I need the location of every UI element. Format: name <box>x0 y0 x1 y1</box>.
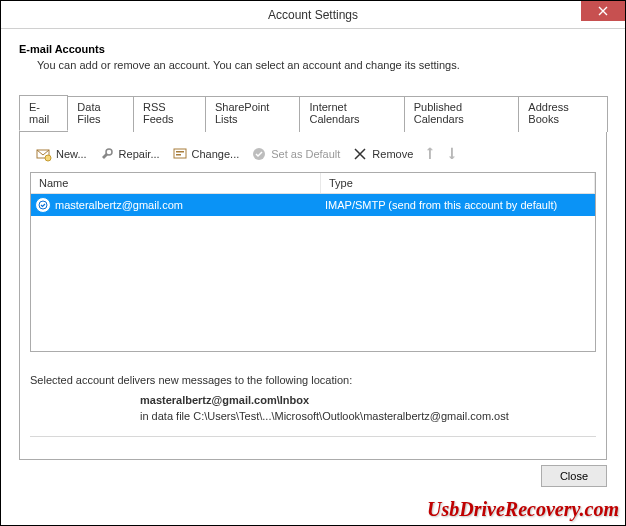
tab-panel: New... Repair... Change... <box>19 132 607 460</box>
repair-label: Repair... <box>119 148 160 160</box>
remove-label: Remove <box>372 148 413 160</box>
svg-rect-3 <box>174 149 186 158</box>
svg-rect-4 <box>176 151 184 153</box>
new-button[interactable]: New... <box>32 144 91 164</box>
titlebar: Account Settings <box>1 1 625 29</box>
list-item[interactable]: masteralbertz@gmail.com IMAP/SMTP (send … <box>31 194 595 216</box>
set-default-button: Set as Default <box>247 144 344 164</box>
tab-strip: E-mail Data Files RSS Feeds SharePoint L… <box>19 95 607 132</box>
tab-rss-feeds[interactable]: RSS Feeds <box>133 96 206 132</box>
window-close-button[interactable] <box>581 1 625 21</box>
account-name: masteralbertz@gmail.com <box>55 199 325 211</box>
set-default-label: Set as Default <box>271 148 340 160</box>
list-header: Name Type <box>31 173 595 194</box>
svg-point-7 <box>39 201 47 209</box>
section-subheading: You can add or remove an account. You ca… <box>37 59 607 71</box>
new-label: New... <box>56 148 87 160</box>
tab-internet-calendars[interactable]: Internet Calendars <box>299 96 404 132</box>
default-account-icon <box>35 197 51 213</box>
close-button[interactable]: Close <box>541 465 607 487</box>
account-type: IMAP/SMTP (send from this account by def… <box>325 199 591 211</box>
change-button[interactable]: Change... <box>168 144 244 164</box>
tab-data-files[interactable]: Data Files <box>67 96 134 132</box>
delivery-info: Selected account delivers new messages t… <box>30 374 596 422</box>
toolbar: New... Repair... Change... <box>30 140 596 172</box>
col-header-name[interactable]: Name <box>31 173 321 193</box>
repair-button[interactable]: Repair... <box>95 144 164 164</box>
change-label: Change... <box>192 148 240 160</box>
delivery-label: Selected account delivers new messages t… <box>30 374 596 386</box>
divider <box>30 436 596 437</box>
window-title: Account Settings <box>268 8 358 22</box>
svg-rect-5 <box>176 154 181 156</box>
new-mail-icon <box>36 146 52 162</box>
svg-point-2 <box>106 149 112 155</box>
col-header-type[interactable]: Type <box>321 173 595 193</box>
tab-published-calendars[interactable]: Published Calendars <box>404 96 520 132</box>
tab-sharepoint-lists[interactable]: SharePoint Lists <box>205 96 300 132</box>
section-heading: E-mail Accounts <box>19 43 607 55</box>
account-list: Name Type masteralbertz@gmail.com IMAP/S… <box>30 172 596 352</box>
remove-button[interactable]: Remove <box>348 144 417 164</box>
delivery-folder: masteralbertz@gmail.com\Inbox <box>140 394 596 406</box>
delivery-path: in data file C:\Users\Test\...\Microsoft… <box>140 410 596 422</box>
tab-address-books[interactable]: Address Books <box>518 96 608 132</box>
check-icon <box>251 146 267 162</box>
move-up-icon: 🠕 <box>421 146 439 162</box>
close-icon <box>598 6 608 16</box>
repair-icon <box>99 146 115 162</box>
tab-email[interactable]: E-mail <box>19 95 68 131</box>
dialog-footer: Close <box>541 465 607 487</box>
svg-point-1 <box>45 155 51 161</box>
watermark: UsbDriveRecovery.com <box>427 498 619 521</box>
move-down-icon: 🠗 <box>443 146 461 162</box>
change-icon <box>172 146 188 162</box>
remove-icon <box>352 146 368 162</box>
